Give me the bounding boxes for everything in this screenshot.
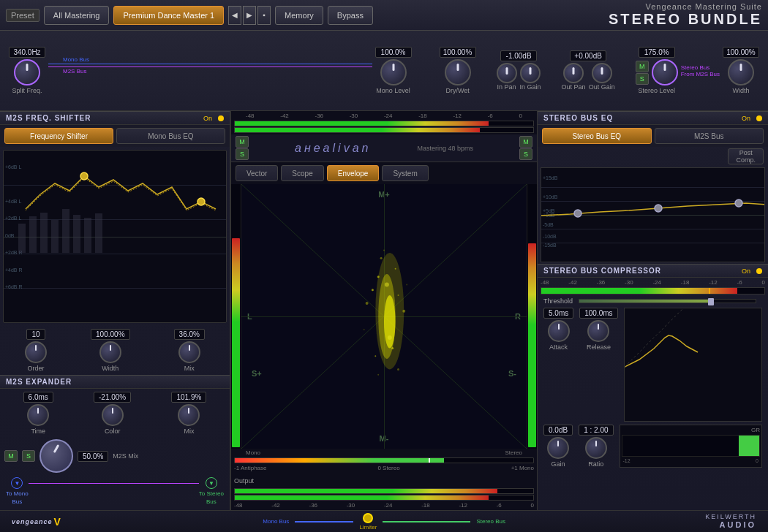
mix-exp-knob[interactable] bbox=[178, 404, 200, 426]
mono-bus-eq-tab[interactable]: Mono Bus EQ bbox=[116, 128, 225, 144]
split-freq-value[interactable]: 340.0Hz bbox=[9, 47, 45, 58]
svg-point-32 bbox=[655, 205, 662, 212]
order-value[interactable]: 10 bbox=[26, 329, 45, 340]
prev-preset-btn[interactable]: ◀ bbox=[228, 6, 241, 25]
threshold-slider[interactable] bbox=[579, 299, 756, 303]
mono-level-knob[interactable] bbox=[380, 59, 407, 86]
bypass-btn[interactable]: Bypass bbox=[328, 6, 373, 25]
output-meter-r-fill bbox=[235, 495, 489, 500]
release-knob[interactable] bbox=[587, 320, 609, 342]
mix-freq-knob[interactable] bbox=[178, 341, 200, 363]
freq-shifter-tab[interactable]: Frequency Shifter bbox=[4, 128, 113, 144]
color-value[interactable]: -21.00% bbox=[94, 392, 131, 403]
m2s-bus-line-label: M2S Bus bbox=[63, 68, 86, 75]
bottom-mono-label: Mono Bus bbox=[263, 518, 289, 525]
out-pan-knob[interactable] bbox=[563, 63, 584, 83]
stereo-label: Stereo bbox=[505, 449, 522, 456]
center-panel: -48 -42 -36 -30 -24 -18 -12 -6 0 M S a bbox=[230, 111, 538, 510]
m2s-m-btn[interactable]: M bbox=[4, 450, 18, 462]
scope-tab[interactable]: Scope bbox=[281, 165, 323, 181]
gain-knob[interactable] bbox=[547, 437, 569, 459]
ratio-knob[interactable] bbox=[585, 437, 607, 459]
in-pan-value[interactable]: -1.00dB bbox=[500, 50, 537, 61]
center-s-btn-r[interactable]: S bbox=[519, 148, 532, 160]
stereo-s-btn[interactable]: S bbox=[636, 73, 649, 85]
mono-level-value[interactable]: 100.0% bbox=[375, 47, 412, 58]
correlation-scale: -1 Antiphase 0 Stereo +1 Mono bbox=[231, 464, 537, 472]
post-comp-btn[interactable]: Post Comp. bbox=[728, 148, 764, 164]
out-36: -36 bbox=[309, 502, 317, 509]
gain-value[interactable]: 0.0dB bbox=[543, 425, 573, 436]
mix-freq-group: 36.0% Mix bbox=[174, 329, 205, 372]
comp-graph bbox=[624, 308, 762, 422]
width-group: 100.00% Width bbox=[723, 47, 759, 94]
top-bar: Preset All Mastering Premium Dance Maste… bbox=[0, 0, 768, 31]
all-mastering-btn[interactable]: All Mastering bbox=[44, 6, 110, 25]
gain-label: Gain bbox=[551, 460, 565, 468]
stereo-level-knob[interactable] bbox=[652, 59, 678, 86]
preset-name-btn[interactable]: Premium Dance Master 1 bbox=[113, 6, 224, 25]
svg-point-25 bbox=[385, 283, 389, 287]
svg-point-20 bbox=[391, 347, 394, 349]
next-preset-btn[interactable]: ▶ bbox=[243, 6, 256, 25]
stereo-eq-on: On bbox=[742, 115, 762, 122]
out-knobs: Out Pan Out Gain bbox=[562, 63, 615, 91]
dry-wet-group: 100.00% Dry/Wet bbox=[440, 47, 476, 94]
stereo-level-value[interactable]: 175.0% bbox=[639, 47, 675, 58]
brand-subtitle: Vengeance Mastering Suite bbox=[609, 2, 762, 11]
mono-level-label: Mono Level bbox=[376, 87, 410, 94]
system-tab[interactable]: System bbox=[382, 165, 428, 181]
dry-wet-value[interactable]: 100.00% bbox=[440, 47, 476, 58]
menu-preset-btn[interactable]: ▪ bbox=[257, 6, 271, 25]
in-pan-knob[interactable] bbox=[497, 63, 517, 83]
split-freq-group: 340.0Hz Split Freq. bbox=[9, 47, 45, 94]
in-gain-sub: In Gain bbox=[520, 63, 541, 91]
svg-point-27 bbox=[383, 250, 385, 251]
time-group: 6.0ms Time bbox=[23, 392, 53, 435]
in-gain-knob[interactable] bbox=[520, 63, 541, 83]
right-meter-fill bbox=[528, 243, 536, 447]
scale-48: -48 bbox=[246, 113, 255, 119]
ms-right: M S bbox=[519, 136, 532, 160]
m2s-mix-value[interactable]: 50.0% bbox=[78, 451, 108, 462]
envelope-tab[interactable]: Envelope bbox=[327, 165, 380, 181]
order-knob[interactable] bbox=[25, 341, 47, 363]
m2s-mix-knob[interactable] bbox=[39, 439, 73, 473]
mono-bus-line-bottom bbox=[295, 521, 353, 522]
attack-knob[interactable] bbox=[548, 320, 570, 342]
center-m-btn-r[interactable]: M bbox=[519, 136, 532, 148]
split-freq-knob[interactable] bbox=[14, 59, 40, 86]
time-value[interactable]: 6.0ms bbox=[23, 392, 53, 403]
svg-point-28 bbox=[377, 374, 379, 376]
threshold-handle[interactable] bbox=[708, 298, 714, 305]
comp-42: -42 bbox=[568, 279, 577, 286]
gr-meter-area: GR -12 0 bbox=[620, 425, 763, 468]
center-s-btn[interactable]: S bbox=[236, 148, 249, 160]
m2s-bus-tab[interactable]: M2S Bus bbox=[655, 128, 764, 144]
width-knob[interactable] bbox=[728, 59, 754, 86]
stereo-m-btn[interactable]: M bbox=[636, 61, 649, 72]
mix-freq-value[interactable]: 36.0% bbox=[174, 329, 205, 340]
memory-btn[interactable]: Memory bbox=[275, 6, 323, 25]
ratio-value[interactable]: 1 : 2.00 bbox=[579, 425, 613, 436]
release-value[interactable]: 100.0ms bbox=[579, 308, 617, 319]
knobs-row: 340.0Hz Split Freq. Mono Bus M2S Bus 100… bbox=[0, 31, 768, 111]
mix-exp-value[interactable]: 101.9% bbox=[171, 392, 206, 403]
out-gain-knob[interactable] bbox=[592, 63, 612, 83]
output-meter-l-fill bbox=[235, 489, 497, 493]
stereo-bus-eq-tab[interactable]: Stereo Bus EQ bbox=[542, 128, 652, 144]
width-freq-knob[interactable] bbox=[99, 341, 121, 363]
width-freq-value[interactable]: 100.00% bbox=[91, 329, 129, 340]
main-area: M2S FREQ. SHIFTER On Frequency Shifter M… bbox=[0, 111, 768, 510]
time-knob[interactable] bbox=[27, 404, 49, 426]
attack-value[interactable]: 5.0ms bbox=[543, 308, 573, 319]
width-value[interactable]: 100.00% bbox=[723, 47, 759, 58]
output-label: Output bbox=[234, 477, 254, 484]
m2s-s-btn[interactable]: S bbox=[22, 450, 35, 462]
dry-wet-knob[interactable] bbox=[445, 59, 471, 86]
color-knob[interactable] bbox=[102, 404, 124, 426]
center-m-btn[interactable]: M bbox=[236, 136, 249, 148]
out-pan-value[interactable]: +0.00dB bbox=[570, 50, 606, 61]
vector-tab[interactable]: Vector bbox=[236, 165, 278, 181]
output-meter-l bbox=[234, 488, 534, 494]
